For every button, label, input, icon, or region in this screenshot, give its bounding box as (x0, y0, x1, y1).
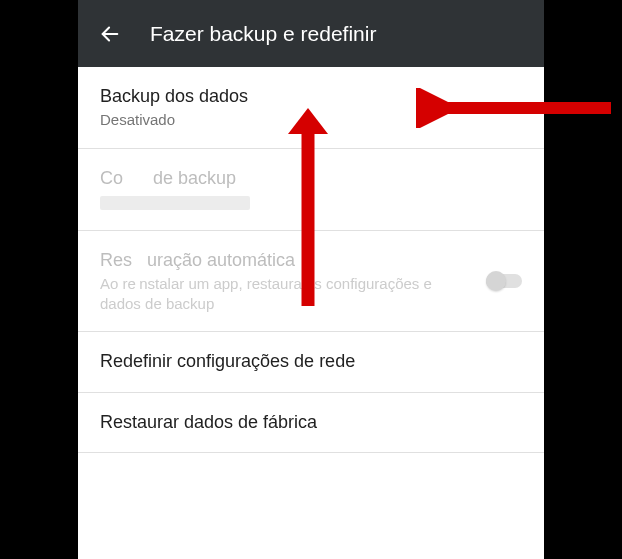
item-backup-account: Conta de backup (78, 149, 544, 231)
page-title: Fazer backup e redefinir (150, 22, 376, 46)
item-reset-network[interactable]: Redefinir configurações de rede (78, 332, 544, 392)
item-subtitle (100, 192, 522, 212)
item-title: Restauração automática (100, 249, 474, 272)
toggle-switch (486, 274, 522, 288)
settings-list: Backup dos dados Desativado Conta de bac… (78, 67, 544, 453)
item-title: Restaurar dados de fábrica (100, 411, 522, 434)
item-title: Conta de backup (100, 167, 522, 190)
redacted-text (100, 196, 250, 210)
settings-screen: Fazer backup e redefinir Backup dos dado… (78, 0, 544, 559)
item-title: Backup dos dados (100, 85, 522, 108)
back-arrow-icon[interactable] (98, 22, 122, 46)
item-backup-data[interactable]: Backup dos dados Desativado (78, 67, 544, 149)
item-factory-reset[interactable]: Restaurar dados de fábrica (78, 393, 544, 453)
item-auto-restore: Restauração automática Ao reinstalar um … (78, 231, 544, 332)
item-subtitle: Desativado (100, 110, 522, 130)
item-subtitle: Ao reinstalar um app, restaura as config… (100, 274, 474, 313)
item-title: Redefinir configurações de rede (100, 350, 522, 373)
app-bar: Fazer backup e redefinir (78, 0, 544, 67)
